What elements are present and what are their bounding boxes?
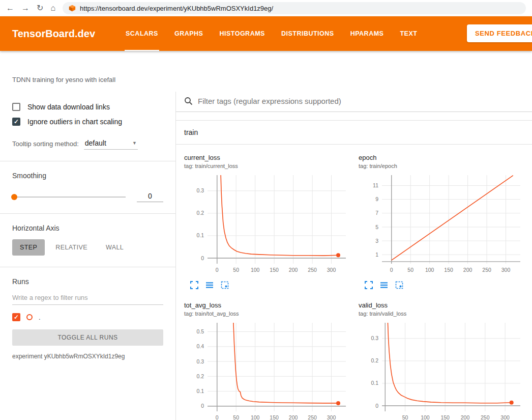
svg-text:0.4: 0.4 [196,343,204,349]
show-download-links-checkbox[interactable]: Show data download links [12,103,163,111]
runs-list-icon[interactable] [380,281,388,289]
svg-text:100: 100 [251,267,260,273]
axis-relative-button[interactable]: RELATIVE [48,239,95,256]
expand-chart-icon[interactable] [190,281,198,289]
checkbox-checked-icon[interactable]: ✓ [12,118,20,126]
axis-wall-button[interactable]: WALL [98,239,131,256]
line-chart-svg: 1357911050100150200250300 [359,172,526,277]
svg-text:0.2: 0.2 [196,210,204,216]
svg-text:0.5: 0.5 [196,328,204,334]
refresh-icon[interactable]: ↻ [37,4,43,12]
line-chart[interactable]: 00.10.20.3050100150200250300 [184,172,354,279]
train-group-card: train current_loss tag: train/current_lo… [176,120,532,420]
svg-text:0.3: 0.3 [196,187,204,193]
svg-text:150: 150 [444,267,453,273]
smoothing-slider-row: 0 [12,192,163,202]
chart-toolbar [184,281,354,289]
chart-card-valid-loss: valid_loss tag: train/valid_loss 00.10.2… [359,301,529,420]
svg-text:3: 3 [375,238,378,244]
svg-text:100: 100 [251,414,260,420]
svg-text:7: 7 [375,210,378,216]
content: Show data download links ✓ Ignore outlie… [0,92,532,420]
line-chart-svg: 00.10.20.30.40.5050100150200250300 [184,320,352,420]
filter-tags-input[interactable] [198,97,524,105]
tab-scalars[interactable]: SCALARS [117,16,166,51]
run-name: . [39,314,41,321]
search-icon [184,97,193,105]
chart-tag: tag: train/valid_loss [359,311,529,317]
svg-text:300: 300 [501,267,511,273]
tab-histograms[interactable]: HISTOGRAMS [211,16,273,51]
chart-tag: tag: train/tot_avg_loss [184,311,354,317]
svg-text:150: 150 [270,267,279,273]
svg-text:250: 250 [308,414,317,420]
chart-title: current_loss [184,154,354,161]
tab-text[interactable]: TEXT [392,16,425,51]
chart-title: epoch [359,154,529,161]
axis-step-button[interactable]: STEP [12,239,45,256]
experiment-title: TDNN training for yesno with icefall [12,76,115,83]
chart-title: valid_loss [359,301,529,309]
smoothing-slider[interactable] [12,197,126,198]
tab-hparams[interactable]: HPARAMS [342,16,392,51]
chart-title: tot_avg_loss [184,301,354,309]
home-icon[interactable]: ⌂ [50,4,55,12]
forward-icon[interactable]: → [21,4,29,12]
send-feedback-button[interactable]: SEND FEEDBACK [467,24,532,42]
app-header: TensorBoard.dev SCALARS GRAPHS HISTOGRAM… [0,16,532,51]
page: ← → ↻ ⌂ https://tensorboard.dev/experime… [0,0,532,420]
subheader: TDNN training for yesno with icefall [0,51,532,92]
back-icon[interactable]: ← [6,4,14,12]
experiment-note: experiment yKUbhb5wRmOSXYkId1z9eg [12,353,163,360]
tooltip-sorting-row: Tooltip sorting method: default ▼ [12,138,163,150]
line-chart[interactable]: 1357911050100150200250300 [359,172,529,279]
fit-domain-icon[interactable] [395,281,403,289]
svg-text:300: 300 [327,414,336,420]
ignore-outliers-checkbox[interactable]: ✓ Ignore outliers in chart scaling [12,118,163,126]
svg-text:150: 150 [270,414,279,420]
tensorboard-favicon [69,5,76,12]
runs-list-icon[interactable] [205,281,214,289]
svg-text:1: 1 [375,251,378,258]
chart-toolbar [359,281,529,289]
tab-distributions[interactable]: DISTRIBUTIONS [273,16,342,51]
address-bar[interactable]: https://tensorboard.dev/experiment/yKUbh… [63,2,526,14]
line-chart-svg: 00.10.20.350100150200250300 [359,320,526,420]
svg-text:0: 0 [375,403,378,409]
run-checkbox-icon[interactable]: ✓ [12,313,20,321]
svg-text:300: 300 [327,267,336,273]
chart-tag: tag: train/epoch [359,163,529,169]
line-chart[interactable]: 00.10.20.30.40.5050100150200250300 [184,320,354,420]
svg-text:0.1: 0.1 [196,388,204,394]
svg-text:250: 250 [308,267,317,273]
chart-card-tot-avg-loss: tot_avg_loss tag: train/tot_avg_loss 00.… [184,301,354,420]
toggle-all-runs-button[interactable]: TOGGLE ALL RUNS [12,329,163,346]
chevron-down-icon: ▼ [132,141,137,146]
fit-domain-icon[interactable] [221,281,229,289]
svg-text:250: 250 [481,414,490,420]
tab-graphs[interactable]: GRAPHS [166,16,211,51]
horizontal-axis-buttons: STEP RELATIVE WALL [12,239,163,256]
tooltip-sorting-value: default [85,139,106,147]
sidebar-divider [0,161,175,161]
svg-text:100: 100 [421,414,430,420]
line-chart[interactable]: 00.10.20.350100150200250300 [359,320,529,420]
train-group-header[interactable]: train [176,121,532,145]
svg-text:200: 200 [289,414,298,420]
sidebar-divider [0,213,175,214]
slider-thumb[interactable] [11,194,17,200]
svg-text:200: 200 [461,414,470,420]
svg-text:0.1: 0.1 [371,380,378,386]
tooltip-sorting-select[interactable]: default ▼ [84,138,138,150]
svg-text:0.2: 0.2 [371,357,378,363]
run-row[interactable]: ✓ . [12,313,163,321]
svg-text:0: 0 [216,267,219,273]
runs-filter-input[interactable] [12,290,163,305]
show-download-links-label: Show data download links [27,103,110,111]
svg-text:0: 0 [216,414,219,420]
svg-text:0: 0 [201,255,204,261]
svg-text:0.3: 0.3 [371,335,378,341]
smoothing-value[interactable]: 0 [137,192,163,202]
expand-chart-icon[interactable] [365,281,373,289]
checkbox-icon[interactable] [12,103,20,111]
